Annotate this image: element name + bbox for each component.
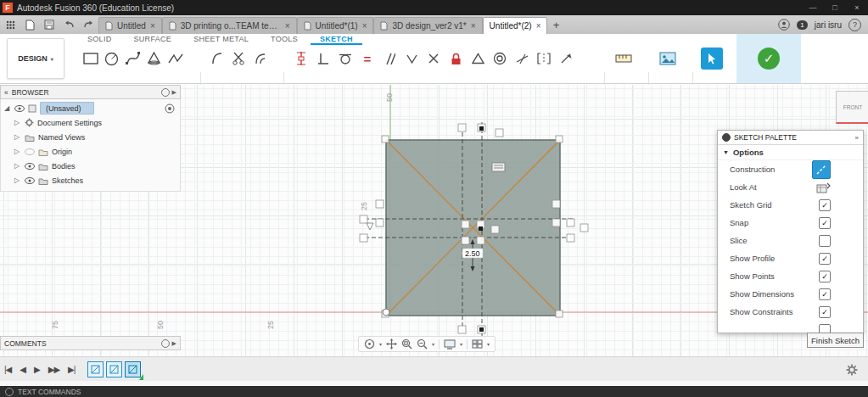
timeline-feature-sketch[interactable] bbox=[106, 361, 122, 377]
notification-badge[interactable]: 1 bbox=[797, 20, 807, 30]
snap-checkbox[interactable]: ✓ bbox=[819, 217, 831, 229]
display-settings-icon[interactable] bbox=[444, 339, 456, 349]
expand-arrow-icon[interactable]: ▷ bbox=[14, 176, 21, 184]
midpoint-icon[interactable] bbox=[400, 48, 423, 70]
browser-root-row[interactable]: ◢ (Unsaved) bbox=[1, 101, 180, 115]
tab-close-icon[interactable]: × bbox=[536, 21, 541, 31]
browser-item-named-views[interactable]: ▷ Named Views bbox=[1, 130, 180, 144]
close-button[interactable]: × bbox=[846, 0, 868, 15]
collinear-icon[interactable] bbox=[511, 48, 533, 70]
chevron-down-icon[interactable]: ▾ bbox=[460, 341, 462, 347]
expand-panel-icon[interactable]: ▶ bbox=[172, 89, 176, 96]
workspace-selector[interactable]: DESIGN ▾ bbox=[7, 38, 64, 79]
tab-close-icon[interactable]: × bbox=[285, 21, 290, 31]
equal-icon[interactable]: = bbox=[356, 48, 378, 70]
eye-icon[interactable] bbox=[25, 177, 35, 184]
expand-arrow-icon[interactable]: ▷ bbox=[14, 119, 21, 126]
tab-sheet-metal[interactable]: SHEET METAL bbox=[184, 34, 258, 45]
eye-icon[interactable] bbox=[25, 163, 35, 170]
measure-icon[interactable] bbox=[613, 48, 634, 70]
viewport-layout-icon[interactable] bbox=[472, 339, 483, 349]
browser-item-bodies[interactable]: ▷ Bodies bbox=[1, 159, 180, 173]
chevron-down-icon[interactable]: ▾ bbox=[487, 341, 490, 347]
fillet-icon[interactable] bbox=[206, 48, 227, 70]
sketch-grid-checkbox[interactable]: ✓ bbox=[819, 199, 831, 211]
tab-close-icon[interactable]: × bbox=[362, 21, 367, 31]
expand-arrow-icon[interactable]: ◢ bbox=[4, 104, 11, 112]
step-back-button[interactable]: ◀ bbox=[15, 365, 30, 374]
expand-arrow-icon[interactable]: ▷ bbox=[14, 162, 21, 170]
expand-arrow-icon[interactable]: ▷ bbox=[14, 133, 21, 141]
concentric-icon[interactable] bbox=[489, 48, 511, 70]
document-tab[interactable]: Untitled × bbox=[98, 17, 162, 34]
origin-point[interactable] bbox=[383, 309, 389, 316]
eye-icon[interactable] bbox=[14, 105, 25, 112]
browser-item-origin[interactable]: ▷ Origin bbox=[1, 144, 180, 159]
fix-lock-icon[interactable] bbox=[445, 48, 467, 70]
go-to-end-button[interactable]: ▶| bbox=[64, 365, 79, 374]
finish-sketch-button[interactable]: Finish Sketch bbox=[807, 333, 864, 348]
timeline-feature-sketch-active[interactable] bbox=[125, 361, 141, 377]
finish-sketch-zone[interactable]: ✓ bbox=[736, 34, 801, 83]
minimize-button[interactable]: — bbox=[802, 0, 824, 15]
zoom-window-icon[interactable] bbox=[401, 338, 412, 349]
tab-tools[interactable]: TOOLS bbox=[261, 34, 307, 45]
go-to-start-button[interactable]: |◀ bbox=[0, 365, 15, 374]
timeline-position-marker[interactable] bbox=[139, 374, 143, 380]
redo-icon[interactable] bbox=[81, 18, 95, 31]
view-cube[interactable]: FRONT bbox=[836, 91, 868, 124]
coincident-icon[interactable] bbox=[423, 48, 445, 70]
symmetry-icon[interactable] bbox=[533, 48, 555, 70]
undo-icon[interactable] bbox=[62, 18, 76, 31]
tab-solid[interactable]: SOLID bbox=[78, 34, 121, 45]
expand-panel-icon[interactable]: ▶ bbox=[172, 340, 176, 347]
finish-sketch-check-icon[interactable]: ✓ bbox=[758, 48, 780, 70]
browser-item-sketches[interactable]: ▷ Sketches bbox=[1, 173, 180, 187]
spline-icon[interactable] bbox=[122, 48, 143, 70]
insert-image-icon[interactable] bbox=[657, 48, 678, 70]
pin-icon[interactable] bbox=[161, 339, 170, 348]
tab-sketch[interactable]: SKETCH bbox=[311, 34, 362, 45]
new-tab-button[interactable]: + bbox=[547, 15, 564, 34]
timeline-settings-gear-icon[interactable] bbox=[846, 364, 858, 376]
rectangle-icon[interactable] bbox=[80, 48, 101, 70]
circle-icon[interactable] bbox=[101, 48, 122, 70]
pin-icon[interactable] bbox=[161, 88, 170, 97]
sketch-text-note-icon[interactable] bbox=[492, 163, 505, 171]
sketch-palette-header[interactable]: SKETCH PALETTE » bbox=[718, 131, 863, 145]
show-constraints-checkbox[interactable]: ✓ bbox=[819, 306, 831, 318]
eye-off-icon[interactable] bbox=[25, 148, 35, 155]
tab-close-icon[interactable]: × bbox=[150, 21, 155, 31]
avatar-icon[interactable] bbox=[778, 19, 790, 31]
activate-component-icon[interactable] bbox=[165, 103, 175, 114]
orbit-icon[interactable] bbox=[364, 338, 375, 349]
document-tab[interactable]: 3D design_ver2 v1* × bbox=[373, 17, 482, 34]
expand-arrow-icon[interactable]: ▷ bbox=[14, 148, 21, 155]
tab-close-icon[interactable]: × bbox=[471, 21, 476, 31]
document-tab[interactable]: Untitled*(1) × bbox=[297, 17, 374, 34]
show-profile-checkbox[interactable]: ✓ bbox=[819, 253, 831, 265]
parallel-icon[interactable] bbox=[378, 48, 400, 70]
offset-icon[interactable] bbox=[249, 48, 270, 70]
perpendicular-icon[interactable] bbox=[312, 48, 334, 70]
save-icon[interactable] bbox=[42, 18, 56, 31]
trim-icon[interactable] bbox=[227, 48, 249, 70]
app-grid-icon[interactable] bbox=[3, 18, 17, 31]
step-forward-button[interactable]: ▶▶ bbox=[44, 365, 64, 374]
cone-icon[interactable] bbox=[143, 48, 165, 70]
chevron-down-icon[interactable]: ▾ bbox=[379, 341, 382, 347]
file-menu-icon[interactable] bbox=[23, 18, 36, 31]
options-section-header[interactable]: ▼ Options bbox=[718, 145, 863, 160]
show-dimensions-checkbox[interactable]: ✓ bbox=[819, 288, 831, 300]
tangent-icon[interactable] bbox=[334, 48, 356, 70]
look-at-button[interactable] bbox=[816, 182, 831, 193]
document-name-label[interactable]: (Unsaved) bbox=[40, 102, 94, 115]
dock-panel-icon[interactable]: » bbox=[855, 134, 859, 142]
document-tab-active[interactable]: Untitled*(2) × bbox=[483, 17, 548, 34]
sketch-dimension-icon[interactable] bbox=[290, 48, 312, 70]
browser-header[interactable]: « BROWSER ▶ bbox=[0, 85, 181, 99]
maximize-button[interactable]: □ bbox=[824, 0, 846, 15]
document-tab[interactable]: 3D printing o...TEAM text v2* × bbox=[162, 17, 297, 34]
polygon-constraint-icon[interactable] bbox=[467, 48, 489, 70]
play-button[interactable]: ▶ bbox=[30, 365, 44, 374]
